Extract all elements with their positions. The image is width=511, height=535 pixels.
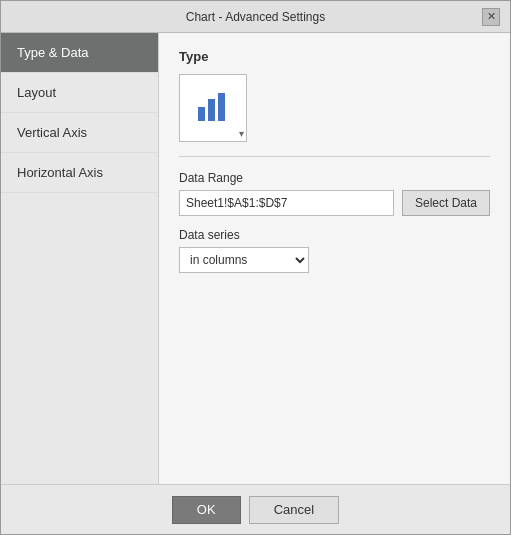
- sidebar-item-type-data[interactable]: Type & Data: [1, 33, 158, 73]
- ok-button[interactable]: OK: [172, 496, 241, 524]
- data-series-label: Data series: [179, 228, 490, 242]
- sidebar: Type & Data Layout Vertical Axis Horizon…: [1, 33, 159, 484]
- close-button[interactable]: ✕: [482, 8, 500, 26]
- data-range-row: Select Data: [179, 190, 490, 216]
- data-range-input[interactable]: [179, 190, 394, 216]
- type-section-title: Type: [179, 49, 490, 64]
- dialog-body: Type & Data Layout Vertical Axis Horizon…: [1, 33, 510, 484]
- main-content: Type ▾ Data Range Select Data Da: [159, 33, 510, 484]
- svg-rect-0: [198, 107, 205, 121]
- data-series-select[interactable]: in columns in rows: [179, 247, 309, 273]
- dialog-title: Chart - Advanced Settings: [29, 10, 482, 24]
- section-divider: [179, 156, 490, 157]
- chart-type-selector[interactable]: ▾: [179, 74, 247, 142]
- close-icon: ✕: [487, 10, 496, 23]
- chart-type-dropdown-arrow: ▾: [239, 128, 244, 139]
- dialog-footer: OK Cancel: [1, 484, 510, 534]
- select-data-button[interactable]: Select Data: [402, 190, 490, 216]
- svg-rect-1: [208, 99, 215, 121]
- sidebar-item-layout[interactable]: Layout: [1, 73, 158, 113]
- sidebar-item-vertical-axis[interactable]: Vertical Axis: [1, 113, 158, 153]
- title-bar: Chart - Advanced Settings ✕: [1, 1, 510, 33]
- data-range-label: Data Range: [179, 171, 490, 185]
- sidebar-item-horizontal-axis[interactable]: Horizontal Axis: [1, 153, 158, 193]
- cancel-button[interactable]: Cancel: [249, 496, 339, 524]
- svg-rect-2: [218, 93, 225, 121]
- dialog: Chart - Advanced Settings ✕ Type & Data …: [0, 0, 511, 535]
- bar-chart-icon: [195, 89, 231, 128]
